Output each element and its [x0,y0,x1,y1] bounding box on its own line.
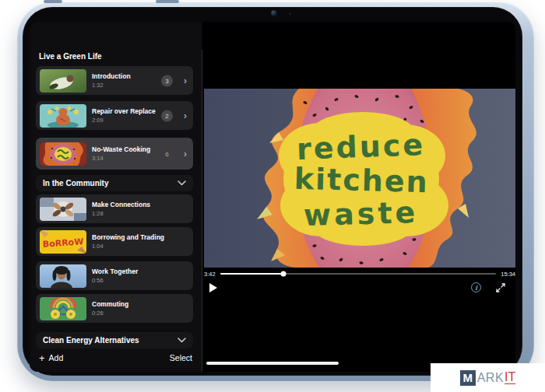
list-item-work-together[interactable]: Work Together 0:56 [36,261,193,290]
progress-bar[interactable] [220,273,497,275]
clip-title: Repair over Replace [92,107,156,115]
clip-title: Borrowing and Trading [92,233,164,241]
list-item-borrowing-and-trading[interactable]: BoRRoW Borrowing and Trading 1:04 [36,227,193,256]
progress-fill [220,273,284,275]
info-icon[interactable]: i [471,282,481,292]
chevron-down-icon[interactable] [178,338,186,343]
watermark-m-logo: M [460,370,476,386]
clip-duration: 1:28 [92,210,150,217]
fullscreen-icon[interactable] [495,282,506,293]
thumbnail-vase-cartoon [40,104,86,128]
list-item-introduction[interactable]: Introduction 1:32 3 › [36,66,193,95]
overlay-line-1: reduce [296,128,426,166]
current-time: 3:42 [204,271,216,278]
scrubber-row: 3:42 15:34 [204,270,515,278]
section-header-clean-energy-alternatives[interactable]: Clean Energy Alternatives [36,332,193,348]
sidebar-footer: + Add Select [30,350,202,366]
list-item-make-connections[interactable]: Make Connections 1:28 [36,194,193,223]
total-time: 15:34 [501,271,515,278]
section-title: Clean Energy Alternatives [43,336,139,345]
watermark-ark-text: ARK [477,371,504,385]
volume-buttons [156,0,179,3]
clip-count-badge: 3 [161,75,173,86]
player-controls: i [204,281,515,295]
chevron-right-icon[interactable]: › [184,148,187,158]
project-title: Live a Green Life [39,52,102,61]
screenshot-stage: 9:41 AM Tue Oct 18 100% Done [0,0,545,392]
overlay-line-3: waste [303,195,418,233]
add-label: Add [49,353,64,362]
playhead-knob[interactable] [281,271,287,277]
clip-title: Introduction [92,72,131,80]
watermark-it-text: IT [505,371,515,385]
list-item-no-waste-cooking[interactable]: No-Waste Cooking 3:14 6 › [36,138,193,170]
thumbnail-bicycle-rainbow [40,297,86,320]
video-preview[interactable]: reduce kitchen waste [204,89,515,268]
clip-duration: 1:32 [92,82,131,89]
list-item-commuting[interactable]: Commuting 0:26 [36,294,193,323]
home-indicator[interactable] [206,362,339,365]
thumbnail-person-sky [40,264,86,288]
thumbnail-borrow-lettering: BoRRoW [40,230,86,254]
section-title: In the Community [43,179,108,187]
overlay-line-2: kitchen [294,162,429,200]
top-button [44,0,62,3]
plus-icon: + [39,353,45,363]
chevron-down-icon[interactable] [178,180,186,186]
thumbnail-reduce-kitchen-waste [40,142,86,166]
clip-duration: 2:09 [92,117,156,124]
screen: 9:41 AM Tue Oct 18 100% Done [30,22,515,372]
section-header-in-the-community[interactable]: In the Community [36,175,193,191]
markit-watermark: M ARK IT [431,363,545,392]
list-item-repair-over-replace[interactable]: Repair over Replace 2:09 2 › [36,101,193,130]
clip-duration: 3:14 [92,155,150,162]
chevron-right-icon[interactable]: › [184,110,187,120]
clip-duration: 1:04 [92,243,164,250]
thumbnail-person-on-grass [40,69,86,93]
front-camera [271,10,277,16]
play-icon[interactable] [209,283,217,292]
chevron-right-icon[interactable]: › [184,75,187,85]
clip-title: Work Together [92,268,138,275]
thumbnail-hands-together [40,198,86,221]
camera-sensor-dot [289,12,291,15]
select-button[interactable]: Select [170,353,192,362]
add-clip-button[interactable]: + Add [39,353,63,363]
clip-title: Commuting [92,300,128,308]
clip-count-badge: 2 [161,110,173,121]
clip-duration: 0:56 [92,277,138,284]
clip-duration: 0:26 [92,310,128,317]
reduce-kitchen-waste-artwork: reduce kitchen waste [204,89,515,268]
clip-title: Make Connections [92,201,150,208]
clip-count-badge: 6 [161,148,173,159]
clip-title: No-Waste Cooking [92,145,150,153]
